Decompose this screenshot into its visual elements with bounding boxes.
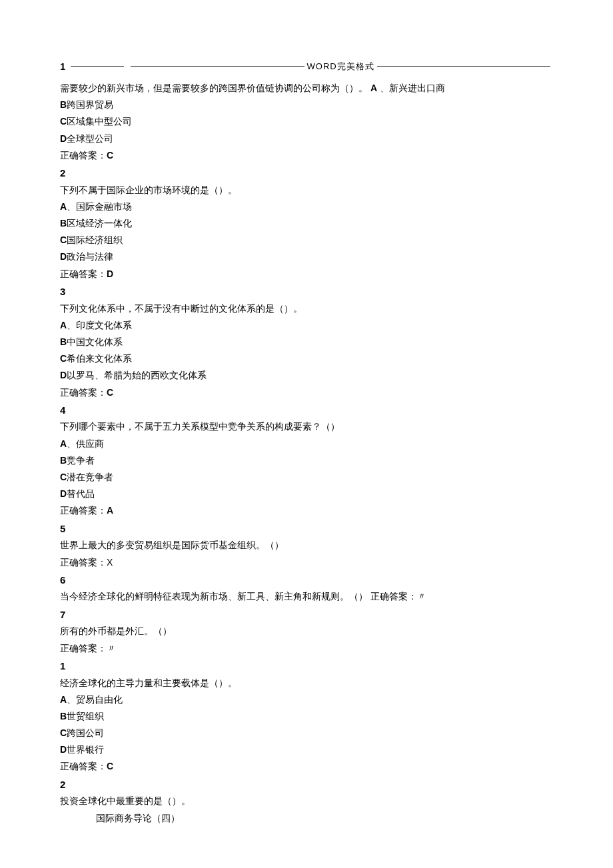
option-text: 、印度文化体系 bbox=[67, 320, 132, 330]
option-text: 中国文化体系 bbox=[67, 336, 123, 347]
header-rule-line: 1 WORD完美格式 bbox=[60, 59, 553, 74]
option-text: 世界银行 bbox=[67, 744, 104, 755]
question-number: 2 bbox=[60, 777, 553, 792]
option-key: A bbox=[60, 201, 67, 212]
question-number: 3 bbox=[60, 284, 553, 299]
answer-label: 正确答案： bbox=[60, 557, 107, 568]
option-line: B竞争者 bbox=[60, 454, 553, 468]
option-text: 、国际金融市场 bbox=[67, 201, 132, 212]
option-key: C bbox=[60, 116, 67, 127]
page-title: WORD完美格式 bbox=[307, 60, 374, 73]
option-text: 、贸易自由化 bbox=[67, 694, 123, 705]
answer-label: 正确答案： bbox=[60, 761, 107, 771]
question-stem: 投资全球化中最重要的是（）。 bbox=[60, 794, 553, 809]
answer-label: 正确答案： bbox=[60, 643, 107, 653]
question-number: 1 bbox=[60, 59, 65, 74]
question-number: 6 bbox=[60, 572, 553, 588]
answer-line: 正确答案：C bbox=[60, 386, 553, 400]
answer-line: 正确答案：A bbox=[60, 504, 553, 518]
option-line: D以罗马、希腊为始的西欧文化体系 bbox=[60, 368, 553, 383]
question-number: 1 bbox=[60, 658, 553, 673]
answer-line: 正确答案：C bbox=[60, 149, 553, 163]
option-line: A、供应商 bbox=[60, 437, 553, 452]
option-text: 竞争者 bbox=[67, 455, 95, 466]
question-stem-inline-answer: 当今经济全球化的鲜明特征表现为新市场、新工具、新主角和新规则。（） 正确答案：〃 bbox=[60, 590, 553, 604]
option-line: D世界银行 bbox=[60, 743, 553, 757]
answer-value: C bbox=[107, 387, 113, 398]
option-key: C bbox=[60, 353, 67, 364]
stem-text: 需要较少的新兴市场，但是需要较多的跨国界价值链协调的公司称为（）。 bbox=[60, 83, 370, 93]
question-stem: 需要较少的新兴市场，但是需要较多的跨国界价值链协调的公司称为（）。 A 、新兴进… bbox=[60, 81, 553, 96]
option-key: C bbox=[60, 727, 67, 738]
option-key: B bbox=[60, 711, 67, 721]
answer-label: 正确答案： bbox=[60, 387, 107, 398]
rule-segment-left bbox=[131, 66, 304, 67]
page-header: 1 WORD完美格式 bbox=[60, 59, 553, 74]
option-key: D bbox=[60, 488, 67, 499]
option-line: B跨国界贸易 bbox=[60, 98, 553, 113]
option-line: A、国际金融市场 bbox=[60, 200, 553, 215]
option-line: C国际经济组织 bbox=[60, 233, 553, 248]
option-key: D bbox=[60, 133, 67, 144]
option-line: B区域经济一体化 bbox=[60, 217, 553, 231]
option-key: B bbox=[60, 455, 67, 466]
option-key: B bbox=[60, 336, 67, 347]
question-number: 5 bbox=[60, 521, 553, 536]
option-text: 区域集中型公司 bbox=[67, 116, 132, 127]
question-number: 2 bbox=[60, 165, 553, 181]
option-line: C区域集中型公司 bbox=[60, 115, 553, 129]
question-stem: 世界上最大的多变贸易组织是国际货币基金组织。（） bbox=[60, 538, 553, 553]
rule-segment-left-short bbox=[71, 66, 124, 67]
option-text: 跨国界贸易 bbox=[67, 99, 113, 110]
option-key: D bbox=[60, 744, 67, 755]
question-number: 4 bbox=[60, 402, 553, 418]
option-text: 政治与法律 bbox=[67, 251, 113, 262]
answer-value: 〃 bbox=[107, 643, 116, 653]
question-stem: 经济全球化的主导力量和主要载体是（）。 bbox=[60, 676, 553, 691]
answer-line: 正确答案：〃 bbox=[60, 642, 553, 656]
question-number: 7 bbox=[60, 607, 553, 622]
rule-segment-right bbox=[377, 66, 550, 67]
option-key: C bbox=[60, 472, 67, 482]
option-key: D bbox=[60, 251, 67, 262]
question-stem: 下列不属于国际企业的市场环境的是（）。 bbox=[60, 183, 553, 198]
option-text: 区域经济一体化 bbox=[67, 218, 132, 228]
option-key: A bbox=[60, 320, 67, 330]
option-line: A、印度文化体系 bbox=[60, 318, 553, 333]
option-key: A bbox=[370, 83, 377, 93]
answer-line: 正确答案：X bbox=[60, 556, 553, 570]
question-stem: 下列文化体系中，不属于没有中断过的文化体系的是（）。 bbox=[60, 302, 553, 316]
answer-value: A bbox=[107, 505, 113, 516]
option-key: D bbox=[60, 370, 67, 380]
document-body: 需要较少的新兴市场，但是需要较多的跨国界价值链协调的公司称为（）。 A 、新兴进… bbox=[60, 81, 553, 868]
option-line: D政治与法律 bbox=[60, 250, 553, 264]
option-text: 以罗马、希腊为始的西欧文化体系 bbox=[67, 370, 207, 380]
option-text: 、供应商 bbox=[67, 438, 104, 449]
option-line: D全球型公司 bbox=[60, 132, 553, 147]
answer-value: C bbox=[107, 761, 113, 771]
option-key: A bbox=[60, 438, 67, 449]
option-line: C希伯来文化体系 bbox=[60, 352, 553, 366]
question-stem: 下列哪个要素中，不属于五力关系模型中竞争关系的构成要素？（） bbox=[60, 420, 553, 434]
answer-value: D bbox=[107, 268, 113, 279]
option-line: B中国文化体系 bbox=[60, 335, 553, 350]
question-stem: 所有的外币都是外汇。（） bbox=[60, 624, 553, 639]
answer-label: 正确答案： bbox=[60, 505, 107, 516]
answer-value: X bbox=[107, 557, 113, 568]
option-text: 、新兴进出口商 bbox=[380, 83, 445, 93]
answer-line: 正确答案：C bbox=[60, 759, 553, 774]
section-subtitle: 国际商务导论（四） bbox=[96, 811, 553, 826]
answer-label: 正确答案： bbox=[60, 268, 107, 279]
option-key: A bbox=[60, 694, 67, 705]
option-key: C bbox=[60, 234, 67, 245]
answer-label: 正确答案： bbox=[60, 150, 107, 161]
option-line: C跨国公司 bbox=[60, 726, 553, 741]
document-page: 1 WORD完美格式 需要较少的新兴市场，但是需要较多的跨国界价值链协调的公司称… bbox=[0, 0, 613, 868]
option-text: 世贸组织 bbox=[67, 711, 104, 721]
option-text: 潜在竞争者 bbox=[67, 472, 113, 482]
option-line: A、贸易自由化 bbox=[60, 693, 553, 707]
option-line: B世贸组织 bbox=[60, 709, 553, 724]
option-line: C潜在竞争者 bbox=[60, 470, 553, 485]
option-text: 全球型公司 bbox=[67, 133, 113, 144]
option-text: 跨国公司 bbox=[67, 727, 104, 738]
